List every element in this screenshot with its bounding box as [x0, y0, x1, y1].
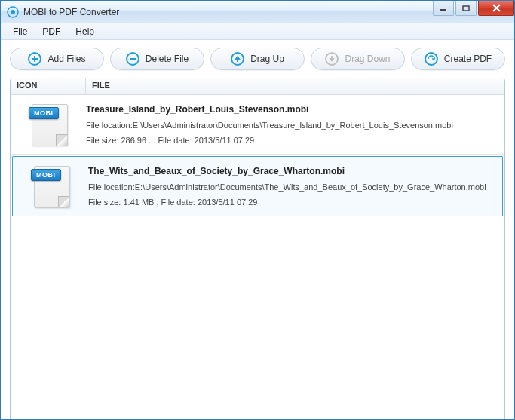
add-files-button[interactable]: Add Files — [10, 48, 104, 70]
file-row[interactable]: MOBI The_Wits_and_Beaux_of_Society_by_Gr… — [12, 156, 503, 216]
plus-icon — [28, 52, 41, 66]
menu-pdf[interactable]: PDF — [35, 25, 68, 38]
window-controls — [431, 1, 514, 16]
file-row[interactable]: MOBI Treasure_Island_by_Robert_Louis_Ste… — [11, 95, 504, 155]
mobi-badge: MOBI — [29, 107, 59, 119]
file-name: Treasure_Island_by_Robert_Louis_Stevenso… — [86, 104, 498, 115]
close-button[interactable] — [478, 1, 514, 16]
app-icon — [7, 6, 19, 18]
mobi-badge: MOBI — [31, 169, 61, 181]
column-header-file[interactable]: FILE — [86, 78, 504, 94]
column-header-icon[interactable]: ICON — [11, 78, 86, 94]
toolbar: Add Files Delete File Drag Up Drag Down … — [1, 40, 514, 78]
maximize-button[interactable] — [455, 1, 477, 16]
file-icon-cell: MOBI — [13, 161, 88, 211]
file-list-body: MOBI Treasure_Island_by_Robert_Louis_Ste… — [11, 95, 504, 216]
svg-rect-3 — [463, 6, 469, 11]
button-label: Create PDF — [444, 54, 492, 64]
minus-icon — [126, 52, 139, 66]
file-thumbnail: MOBI — [34, 166, 70, 208]
convert-icon — [425, 52, 438, 66]
minimize-button[interactable] — [433, 1, 454, 16]
menubar: File PDF Help — [1, 23, 514, 40]
file-stats: File size: 286.96 ... File date: 2013/5/… — [86, 136, 498, 145]
button-label: Add Files — [48, 54, 85, 64]
titlebar[interactable]: MOBI to PDF Converter — [1, 1, 514, 23]
button-label: Drag Down — [345, 54, 390, 64]
file-name: The_Wits_and_Beaux_of_Society_by_Grace_W… — [88, 166, 496, 176]
drag-up-button[interactable]: Drag Up — [210, 48, 305, 70]
list-header: ICON FILE — [11, 78, 504, 95]
svg-point-1 — [11, 10, 15, 14]
file-list-panel: ICON FILE MOBI Treasure_Island_by_Robert… — [10, 78, 505, 420]
file-stats: File size: 1.41 MB ; File date: 2013/5/1… — [88, 198, 496, 207]
file-location: File location:E:\Users\Administrator\Doc… — [86, 121, 498, 130]
file-icon-cell: MOBI — [11, 100, 86, 149]
delete-file-button[interactable]: Delete File — [110, 48, 204, 70]
arrow-up-icon — [231, 52, 244, 66]
drag-down-button: Drag Down — [311, 48, 405, 70]
file-thumbnail: MOBI — [32, 104, 68, 146]
menu-help[interactable]: Help — [68, 25, 102, 38]
file-location: File location:E:\Users\Administrator\Doc… — [88, 182, 496, 192]
file-info-cell: The_Wits_and_Beaux_of_Society_by_Grace_W… — [88, 161, 502, 211]
button-label: Delete File — [146, 54, 189, 64]
arrow-down-icon — [325, 52, 339, 66]
button-label: Drag Up — [250, 54, 284, 64]
menu-file[interactable]: File — [5, 25, 35, 38]
create-pdf-button[interactable]: Create PDF — [411, 48, 505, 70]
file-info-cell: Treasure_Island_by_Robert_Louis_Stevenso… — [86, 100, 504, 149]
